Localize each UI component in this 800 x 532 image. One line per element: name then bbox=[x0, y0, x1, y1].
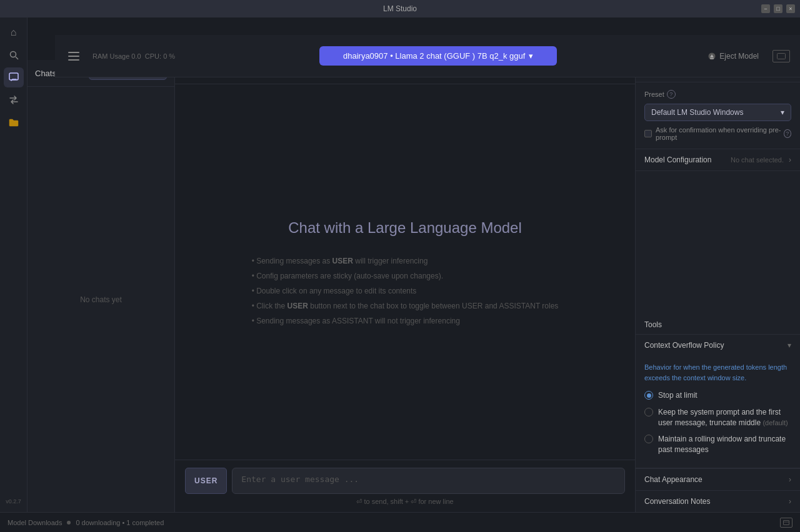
eject-model-button[interactable]: Eject Model bbox=[701, 48, 765, 64]
status-dot bbox=[67, 521, 71, 525]
preset-value: Default LM Studio Windows bbox=[651, 108, 743, 117]
app-body: ⌂ v0.2.7 RAM Usage 0.0 CPU: 0 % bbox=[0, 17, 800, 512]
model-config-right: No chat selected. › bbox=[731, 155, 791, 164]
chat-appearance-row[interactable]: Chat Appearance › bbox=[636, 468, 800, 490]
chat-main: Chat with a Large Language Model • Sendi… bbox=[175, 84, 635, 460]
eject-label: Eject Model bbox=[719, 52, 759, 61]
minimize-button[interactable]: − bbox=[761, 4, 770, 13]
svg-point-0 bbox=[10, 52, 16, 57]
chat-appearance-label: Chat Appearance bbox=[644, 475, 702, 484]
radio-rolling-outer bbox=[644, 435, 653, 443]
preset-dropdown[interactable]: Default LM Studio Windows ▾ bbox=[644, 104, 791, 121]
radio-truncate-label: Keep the system prompt and the first use… bbox=[658, 407, 791, 428]
radio-truncate-outer bbox=[644, 408, 653, 416]
radio-truncate-middle[interactable]: Keep the system prompt and the first use… bbox=[644, 407, 791, 428]
radio-rolling-window[interactable]: Maintain a rolling window and truncate p… bbox=[644, 434, 791, 455]
svg-rect-10 bbox=[784, 520, 789, 525]
confirmation-checkbox-label: Ask for confirmation when overriding pre… bbox=[656, 126, 791, 141]
chat-hint-2: • Config parameters are sticky (auto-sav… bbox=[252, 272, 559, 280]
radio-stop-label: Stop at limit bbox=[658, 390, 698, 401]
context-overflow-description: Behavior for when the generated tokens l… bbox=[644, 362, 791, 383]
chat-input[interactable] bbox=[232, 468, 625, 494]
context-overflow-content: Behavior for when the generated tokens l… bbox=[636, 356, 800, 468]
status-bar: Model Downloads 0 downloading • 1 comple… bbox=[0, 512, 800, 532]
svg-line-1 bbox=[16, 57, 18, 59]
radio-stop-at-limit[interactable]: Stop at limit bbox=[644, 390, 791, 401]
search-icon[interactable] bbox=[4, 45, 24, 65]
confirmation-checkbox[interactable] bbox=[644, 130, 652, 137]
model-selector: dhairya0907 • Llama 2 chat (GGUF ) 7B q2… bbox=[182, 46, 694, 66]
icon-rail: ⌂ v0.2.7 bbox=[0, 17, 28, 512]
home-icon[interactable]: ⌂ bbox=[4, 22, 24, 42]
version-label: v0.2.7 bbox=[6, 496, 21, 507]
svg-rect-5 bbox=[68, 59, 79, 61]
ram-value: 0.0 bbox=[131, 52, 141, 60]
model-downloads-label: Model Downloads bbox=[8, 519, 62, 526]
preset-section: Preset ? Default LM Studio Windows ▾ Ask… bbox=[636, 82, 800, 149]
chat-hint-5: • Sending messages as ASSISTANT will not… bbox=[252, 317, 559, 325]
conversation-notes-row[interactable]: Conversation Notes › bbox=[636, 490, 800, 512]
model-name-label: dhairya0907 • Llama 2 chat (GGUF ) 7B q2… bbox=[343, 51, 525, 61]
checkbox-info-icon[interactable]: ? bbox=[784, 129, 791, 138]
ram-info: RAM Usage 0.0 CPU: 0 % bbox=[92, 52, 175, 60]
context-overflow-label: Context Overflow Policy bbox=[644, 341, 724, 350]
conversation-notes-label: Conversation Notes bbox=[644, 497, 710, 506]
no-chat-selected: No chat selected. bbox=[731, 156, 784, 164]
maximize-button[interactable]: □ bbox=[774, 4, 782, 13]
sidebar: Chats ⚙ + New Chat (Ctrl + N) No chats y… bbox=[28, 60, 175, 512]
preset-info-icon[interactable]: ? bbox=[667, 90, 676, 99]
ram-label: RAM Usage bbox=[92, 52, 129, 60]
chat-hint-3: • Double click on any message to edit it… bbox=[252, 287, 559, 295]
cpu-value: 0 % bbox=[163, 52, 175, 60]
chat-hints: • Sending messages as USER will trigger … bbox=[252, 257, 559, 325]
context-overflow-chevron-icon: ▾ bbox=[788, 341, 791, 350]
preset-chevron-icon: ▾ bbox=[781, 108, 784, 117]
no-chats-label: No chats yet bbox=[28, 87, 174, 512]
expand-icon[interactable] bbox=[780, 518, 792, 528]
tools-section: Tools bbox=[636, 314, 800, 334]
chat-hint-1: • Sending messages as USER will trigger … bbox=[252, 257, 559, 265]
title-bar: LM Studio − □ × bbox=[0, 0, 800, 17]
chat-appearance-chevron-icon: › bbox=[789, 475, 791, 484]
top-bar: RAM Usage 0.0 CPU: 0 % dhairya0907 • Lla… bbox=[55, 35, 800, 77]
model-selector-button[interactable]: dhairya0907 • Llama 2 chat (GGUF ) 7B q2… bbox=[319, 46, 557, 66]
chat-hint-4: • Click the USER button next to the chat… bbox=[252, 302, 559, 310]
chat-icon[interactable] bbox=[4, 67, 24, 87]
confirmation-checkbox-row: Ask for confirmation when overriding pre… bbox=[644, 126, 791, 141]
send-hint: ⏎ to send, shift + ⏎ for new line bbox=[185, 494, 625, 508]
preset-label: Preset ? bbox=[644, 90, 791, 99]
user-role-button[interactable]: USER bbox=[185, 468, 227, 494]
model-chevron-icon: ▾ bbox=[529, 51, 533, 61]
svg-rect-9 bbox=[778, 53, 786, 59]
main-content: Chats ⚙ + New Chat (Ctrl + N) No chats y… bbox=[28, 60, 800, 512]
settings-panel: Settings Show Help ? Preset ? Default LM… bbox=[635, 60, 800, 512]
context-overflow-row[interactable]: Context Overflow Policy ▾ bbox=[636, 334, 800, 356]
model-config-label: Model Configuration bbox=[644, 155, 711, 164]
radio-stop-inner bbox=[647, 393, 651, 398]
cpu-label: CPU: bbox=[145, 52, 161, 60]
model-config-chevron-icon: › bbox=[789, 155, 791, 164]
screen-icon[interactable] bbox=[772, 50, 790, 62]
tools-title: Tools bbox=[644, 320, 791, 329]
svg-rect-4 bbox=[68, 56, 79, 57]
chat-input-row: USER bbox=[185, 468, 625, 494]
radio-rolling-label: Maintain a rolling window and truncate p… bbox=[658, 434, 791, 455]
svg-rect-3 bbox=[68, 52, 79, 53]
model-config-row[interactable]: Model Configuration No chat selected. › bbox=[636, 149, 800, 171]
downloads-status: 0 downloading • 1 completed bbox=[76, 519, 164, 526]
arrows-icon[interactable] bbox=[4, 90, 24, 110]
status-bar-right bbox=[780, 518, 792, 528]
window-controls: − □ × bbox=[761, 4, 795, 13]
radio-stop-outer bbox=[644, 391, 653, 400]
svg-rect-8 bbox=[710, 58, 714, 59]
chat-input-area: USER ⏎ to send, shift + ⏎ for new line bbox=[175, 460, 635, 512]
chat-welcome-title: Chat with a Large Language Model bbox=[288, 219, 522, 237]
app-title: LM Studio bbox=[383, 4, 417, 13]
sidebar-toggle-button[interactable] bbox=[65, 47, 82, 65]
sidebar-title: Chats bbox=[35, 69, 56, 78]
chat-area: Model Info LLaMa 7B Q2_K ℹ Chat with a L… bbox=[175, 60, 635, 512]
folder-icon[interactable] bbox=[4, 112, 24, 132]
conversation-notes-chevron-icon: › bbox=[789, 497, 791, 506]
close-button[interactable]: × bbox=[786, 4, 795, 13]
